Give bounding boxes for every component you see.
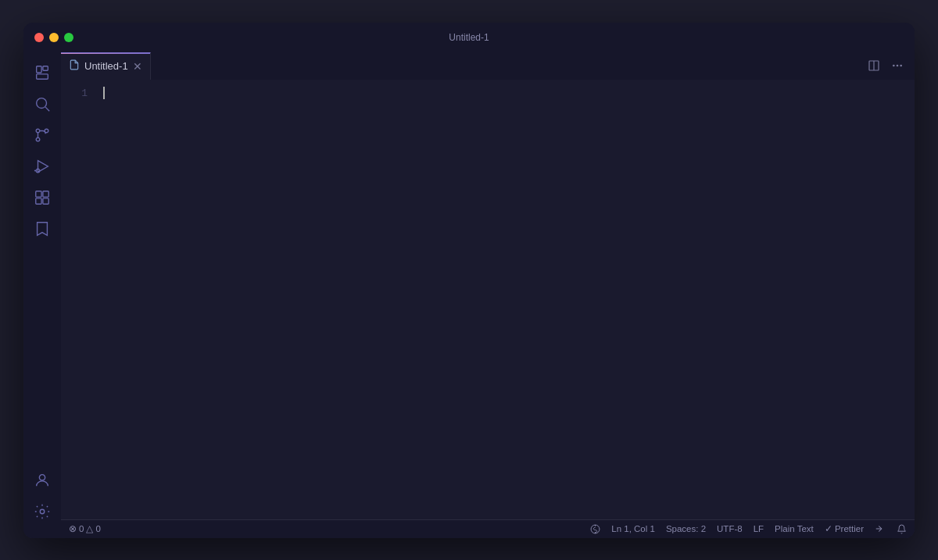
svg-point-21 — [900, 64, 902, 66]
settings-icon[interactable] — [28, 498, 56, 526]
spaces-indicator[interactable]: Spaces: 2 — [666, 524, 706, 533]
tab-bar-actions — [865, 56, 907, 75]
close-button[interactable] — [34, 33, 44, 42]
more-actions-icon[interactable] — [888, 56, 907, 75]
status-right: Ln 1, Col 1 Spaces: 2 UTF-8 LF Plain Tex… — [590, 523, 907, 534]
svg-rect-14 — [43, 198, 48, 203]
errors-count: 0 — [79, 524, 84, 533]
svg-point-16 — [40, 509, 45, 514]
traffic-lights — [34, 33, 73, 42]
run-debug-icon[interactable] — [28, 152, 56, 180]
svg-point-5 — [36, 129, 40, 133]
split-editor-icon[interactable] — [865, 56, 883, 75]
editor-area: Untitled-1 ✕ — [61, 52, 915, 538]
svg-rect-11 — [36, 191, 41, 196]
svg-point-19 — [893, 64, 895, 66]
source-control-icon[interactable] — [28, 121, 56, 149]
account-icon[interactable] — [28, 466, 56, 494]
main-area: Untitled-1 ✕ — [23, 52, 915, 538]
bookmarks-icon[interactable] — [28, 215, 56, 243]
svg-point-7 — [36, 137, 40, 141]
editor-cursor — [103, 87, 105, 99]
cursor-position[interactable]: Ln 1, Col 1 — [611, 524, 655, 533]
tab-bar: Untitled-1 ✕ — [61, 52, 915, 80]
encoding-indicator[interactable]: UTF-8 — [717, 524, 743, 533]
svg-rect-1 — [37, 73, 48, 78]
notifications-icon[interactable] — [897, 524, 907, 534]
activity-bar-bottom — [28, 466, 56, 532]
indent-icon[interactable] — [875, 523, 886, 534]
svg-rect-0 — [37, 66, 41, 72]
svg-line-4 — [45, 107, 49, 111]
search-icon[interactable] — [28, 90, 56, 118]
svg-point-15 — [39, 474, 45, 480]
line-numbers: 1 — [61, 80, 100, 519]
error-icon: ⊗ — [69, 523, 77, 534]
explorer-icon[interactable] — [28, 59, 56, 87]
language-indicator[interactable]: Plain Text — [775, 524, 814, 533]
prettier-indicator[interactable]: ✓ Prettier — [825, 523, 864, 534]
warnings-count: 0 — [95, 524, 100, 533]
errors-indicator[interactable]: ⊗ 0 △ 0 — [69, 523, 101, 534]
line-number-1: 1 — [61, 86, 100, 102]
svg-rect-13 — [36, 198, 41, 203]
titlebar: Untitled-1 — [23, 23, 915, 52]
maximize-button[interactable] — [64, 33, 73, 42]
tab-label: Untitled-1 — [84, 60, 128, 72]
activity-bar — [23, 52, 61, 538]
extensions-icon[interactable] — [28, 184, 56, 212]
vscode-window: Untitled-1 — [23, 23, 915, 538]
status-bar: ⊗ 0 △ 0 Ln 1, Col — [61, 519, 915, 538]
minimize-button[interactable] — [49, 33, 59, 42]
activity-bar-top — [28, 59, 56, 466]
svg-rect-2 — [43, 66, 48, 70]
tab-untitled-1[interactable]: Untitled-1 ✕ — [61, 52, 151, 80]
svg-point-3 — [37, 98, 47, 108]
window-title: Untitled-1 — [449, 32, 489, 43]
svg-point-20 — [897, 64, 899, 66]
editor-content[interactable]: 1 — [61, 80, 915, 519]
line-ending-indicator[interactable]: LF — [754, 524, 764, 533]
warning-icon: △ — [86, 523, 93, 534]
tab-close-button[interactable]: ✕ — [133, 60, 142, 73]
remote-icon[interactable] — [590, 524, 600, 534]
tab-file-icon — [69, 59, 80, 73]
status-left: ⊗ 0 △ 0 — [69, 523, 101, 534]
editor-text-area[interactable] — [100, 80, 915, 519]
svg-rect-12 — [43, 191, 48, 196]
